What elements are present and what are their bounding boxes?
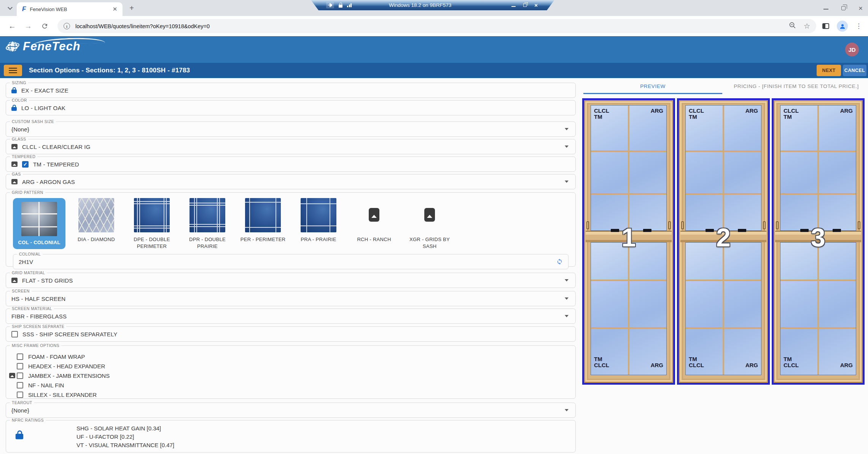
- lock-icon: [11, 107, 17, 111]
- window-restore-button[interactable]: [841, 6, 846, 10]
- field-colonial[interactable]: COLONIAL 2H1V: [13, 254, 569, 269]
- field-value: TM - TEMPERED: [33, 161, 79, 168]
- grid-mullion: [591, 280, 666, 281]
- tab-preview[interactable]: PREVIEW: [581, 78, 725, 94]
- reload-button[interactable]: [41, 22, 48, 30]
- preview-window-section-3[interactable]: CLCLTM ARG TMCLCL ARG 3: [772, 98, 865, 385]
- site-info-icon[interactable]: i: [64, 23, 70, 29]
- gas-label-top-right: ARG: [840, 108, 853, 114]
- next-button[interactable]: NEXT: [817, 65, 841, 76]
- vm-bar-title: Windows 18.2 on 9BRF573: [352, 2, 489, 8]
- user-avatar[interactable]: JD: [845, 43, 859, 56]
- new-tab-button[interactable]: +: [127, 3, 136, 13]
- misc-option-row[interactable]: NF - NAIL FIN: [17, 380, 575, 390]
- app-header: FeneTech JD: [0, 36, 868, 63]
- grid-pattern-option-per[interactable]: PER - PERIMETER: [235, 198, 291, 243]
- image-attachment-icon: [9, 373, 15, 378]
- bookmark-star-icon[interactable]: ☆: [804, 22, 810, 30]
- refresh-icon[interactable]: [556, 259, 563, 265]
- field-ship-screen-separate[interactable]: SHIP SCREEN SEPARATE SSS - SHIP SCREEN S…: [6, 326, 576, 342]
- ship-screen-checkbox[interactable]: [11, 331, 18, 337]
- field-value: SSS - SHIP SCREEN SEPARATELY: [22, 331, 118, 337]
- grid-mullion: [686, 150, 761, 152]
- grid-mullion: [591, 327, 666, 329]
- field-grid-material[interactable]: GRID MATERIAL FLAT - STD GRIDS: [6, 273, 576, 288]
- misc-option-checkbox[interactable]: [17, 353, 23, 360]
- preview-window-section-2[interactable]: CLCLTM ARG TMCLCL ARG 2: [677, 98, 770, 385]
- tab-close-icon[interactable]: ✕: [111, 5, 119, 13]
- field-tearout[interactable]: TEAROUT {None}: [6, 403, 576, 418]
- field-custom-sash-size[interactable]: CUSTOM SASH SIZE {None}: [6, 121, 576, 137]
- grid-pattern-thumbnail: [301, 198, 336, 232]
- grid-mullion: [628, 243, 629, 375]
- tempered-checkbox[interactable]: [22, 161, 29, 168]
- tab-search-chevron-icon[interactable]: [5, 3, 14, 13]
- grid-pattern-option-rch[interactable]: RCH - RANCH: [346, 198, 402, 243]
- cancel-button[interactable]: CANCEL: [843, 65, 866, 76]
- grid-pattern-option-xgr[interactable]: XGR - GRIDS BY SASH: [402, 198, 457, 249]
- menu-hamburger-button[interactable]: [4, 65, 22, 76]
- browser-tab[interactable]: F FeneVision WEB ✕: [17, 2, 123, 16]
- vm-close-button[interactable]: ×: [534, 2, 538, 8]
- zoom-out-icon[interactable]: [789, 22, 796, 30]
- tab-pricing[interactable]: PRICING - [FINISH ITEM TO SEE TOTAL PRIC…: [725, 78, 868, 94]
- preview-window-section-1[interactable]: CLCLTM ARG TMCLCL ARG 1: [582, 98, 675, 385]
- field-gas[interactable]: GAS ARG - ARGON GAS: [6, 174, 576, 189]
- misc-option-row[interactable]: HEADEX - HEAD EXPANDER: [17, 361, 575, 371]
- side-panel-icon[interactable]: [822, 23, 829, 29]
- grid-pattern-thumbnail: [21, 202, 57, 236]
- field-value: {None}: [11, 407, 29, 414]
- field-label: SCREEN MATERIAL: [10, 306, 54, 311]
- grid-pattern-label: COL - COLONIAL: [18, 239, 61, 246]
- grid-pattern-label: DIA - DIAMOND: [78, 236, 115, 243]
- grid-pattern-option-pra[interactable]: PRA - PRAIRIE: [291, 198, 346, 243]
- vm-minimize-button[interactable]: [511, 6, 516, 7]
- bottom-sash-glass: [591, 242, 667, 375]
- field-screen[interactable]: SCREEN HS - HALF SCREEN: [6, 291, 576, 306]
- vm-pin-icon[interactable]: [326, 2, 334, 8]
- preview-canvas: CLCLTM ARG TMCLCL ARG 1 CLCLTM ARG TMCLC…: [582, 98, 865, 385]
- field-color[interactable]: COLOR LO - LIGHT OAK: [6, 100, 576, 115]
- misc-option-checkbox[interactable]: [17, 363, 23, 369]
- browser-toolbar: ← → i localhost/WEB/quotes/lineitem?oKey…: [0, 16, 868, 36]
- grid-pattern-option-col[interactable]: COL - COLONIAL: [13, 198, 65, 249]
- chevron-down-icon: [565, 145, 569, 148]
- window-close-button[interactable]: ×: [858, 5, 863, 12]
- field-label: SCREEN: [10, 289, 32, 293]
- browser-profile-avatar[interactable]: [837, 21, 848, 32]
- field-glass[interactable]: GLASS CLCL - CLEAR/CLEAR IG: [6, 139, 576, 154]
- misc-option-row[interactable]: JAMBEX - JAMB EXTENSIONS: [17, 371, 575, 380]
- back-button[interactable]: ←: [8, 22, 16, 30]
- grid-mullion: [780, 327, 856, 329]
- misc-option-row[interactable]: SILLEX - SILL EXPANDER: [17, 390, 575, 400]
- browser-menu-icon[interactable]: ⋮: [855, 22, 862, 30]
- grid-pattern-option-dpe[interactable]: DPE - DOUBLE PERIMETER: [124, 198, 180, 249]
- grid-pattern-thumbnail: [78, 198, 114, 232]
- field-tempered[interactable]: TEMPERED TM - TEMPERED: [6, 157, 576, 172]
- grid-pattern-option-dpr[interactable]: DPR - DOUBLE PRAIRIE: [180, 198, 235, 249]
- grid-pattern-thumbnail: [412, 198, 448, 232]
- misc-option-row[interactable]: FOAM - FOAM WRAP: [17, 352, 575, 361]
- window-minimize-button[interactable]: [823, 9, 828, 10]
- grid-pattern-option-dia[interactable]: DIA - DIAMOND: [68, 198, 124, 243]
- misc-option-label: FOAM - FOAM WRAP: [28, 353, 85, 360]
- grid-mullion: [723, 106, 724, 230]
- misc-option-checkbox[interactable]: [17, 372, 23, 379]
- vm-signal-icon: [347, 3, 352, 7]
- grid-pattern-label: PRA - PRAIRIE: [301, 236, 336, 243]
- field-screen-material[interactable]: SCREEN MATERIAL FIBR - FIBERGLASS: [6, 309, 576, 324]
- chevron-down-icon: [565, 181, 569, 183]
- section-number: 2: [679, 224, 768, 250]
- forward-button[interactable]: →: [24, 22, 32, 30]
- section-number: 3: [774, 224, 863, 250]
- section-toolbar: Section Options - Sections: 1, 2, 3 - 81…: [0, 63, 868, 78]
- chevron-down-icon: [565, 409, 569, 411]
- misc-option-checkbox[interactable]: [17, 392, 23, 398]
- grid-mullion: [723, 243, 724, 375]
- field-sizing[interactable]: SIZING EX - EXACT SIZE: [6, 83, 576, 98]
- misc-option-checkbox[interactable]: [17, 382, 23, 388]
- address-bar[interactable]: i localhost/WEB/quotes/lineitem?oKey=109…: [57, 19, 816, 33]
- group-misc-frame-options: MISC FRAME OPTIONS FOAM - FOAM WRAP HEAD…: [6, 345, 576, 399]
- grid-mullion: [591, 150, 666, 152]
- vm-restore-button[interactable]: [523, 3, 527, 7]
